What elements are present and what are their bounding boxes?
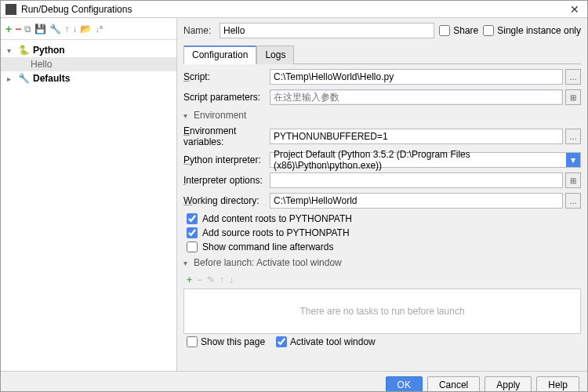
tree-label: Python bbox=[33, 45, 65, 56]
save-icon[interactable]: 💾 bbox=[34, 24, 46, 34]
move-task-down-icon: ↓ bbox=[229, 274, 234, 285]
remove-task-icon: − bbox=[197, 274, 202, 285]
cancel-button[interactable]: Cancel bbox=[427, 376, 480, 392]
add-content-roots-label: Add content roots to PYTHONPATH bbox=[202, 213, 352, 224]
add-task-icon[interactable]: + bbox=[187, 274, 192, 285]
before-launch-toolbar: + − ✎ ↑ ↓ bbox=[183, 273, 581, 289]
tab-bar: Configuration Logs bbox=[183, 45, 581, 64]
environment-section[interactable]: ▾ Environment bbox=[183, 110, 581, 121]
interpreter-value: Project Default (Python 3.5.2 (D:\Progra… bbox=[274, 149, 577, 171]
window-title: Run/Debug Configurations bbox=[21, 4, 132, 15]
env-vars-input[interactable] bbox=[270, 129, 563, 144]
add-icon[interactable]: + bbox=[5, 23, 12, 35]
tree-item-defaults[interactable]: ▸ 🔧 Defaults bbox=[1, 71, 176, 85]
expand-icon: ▾ bbox=[7, 46, 15, 55]
ok-button[interactable]: OK bbox=[386, 376, 423, 392]
add-content-roots-checkbox[interactable] bbox=[187, 213, 198, 224]
tree-item-hello[interactable]: Hello bbox=[1, 57, 176, 71]
interpreter-options-input[interactable] bbox=[270, 172, 563, 188]
share-label: Share bbox=[453, 25, 478, 36]
move-up-icon[interactable]: ↑ bbox=[64, 24, 69, 34]
interpreter-label: Python interpreter: bbox=[183, 154, 270, 165]
config-tree: ▾ 🐍 Python Hello ▸ 🔧 Defaults bbox=[1, 40, 176, 371]
working-directory-input[interactable] bbox=[270, 193, 563, 209]
wrench-icon: 🔧 bbox=[18, 73, 30, 84]
tree-item-python[interactable]: ▾ 🐍 Python bbox=[1, 43, 176, 57]
tree-label: Hello bbox=[31, 59, 52, 70]
activate-tool-checkbox[interactable]: Activate tool window bbox=[276, 336, 376, 347]
activate-tool-label: Activate tool window bbox=[290, 336, 376, 347]
empty-message: There are no tasks to run before launch bbox=[299, 306, 464, 317]
apply-button[interactable]: Apply bbox=[485, 376, 532, 392]
single-instance-checkbox[interactable]: Single instance only bbox=[483, 25, 581, 36]
params-label: Script parameters: bbox=[183, 92, 270, 103]
move-down-icon[interactable]: ↓ bbox=[72, 24, 77, 34]
before-launch-section[interactable]: ▾ Before launch: Activate tool window bbox=[183, 257, 581, 268]
title-bar: Run/Debug Configurations ✕ bbox=[1, 1, 587, 18]
expand-icon: ▸ bbox=[7, 74, 15, 83]
interpreter-dropdown[interactable]: Project Default (Python 3.5.2 (D:\Progra… bbox=[270, 152, 581, 168]
copy-icon[interactable]: ⧉ bbox=[24, 24, 31, 34]
remove-icon[interactable]: − bbox=[15, 23, 21, 35]
close-icon[interactable]: ✕ bbox=[567, 3, 583, 16]
share-checkbox-box[interactable] bbox=[439, 25, 450, 36]
script-label: Script: bbox=[183, 71, 270, 82]
show-page-box[interactable] bbox=[187, 336, 198, 347]
env-vars-label: Environment variables: bbox=[183, 125, 270, 147]
content-pane: Name: Share Single instance only Configu… bbox=[177, 18, 587, 371]
single-instance-label: Single instance only bbox=[497, 25, 581, 36]
show-cmd-label: Show command line afterwards bbox=[202, 241, 333, 252]
add-source-roots-checkbox[interactable] bbox=[187, 227, 198, 238]
sort-icon[interactable]: ↓ª bbox=[95, 24, 103, 34]
browse-script-button[interactable]: … bbox=[565, 69, 581, 85]
activate-tool-box[interactable] bbox=[276, 336, 287, 347]
wrench-icon[interactable]: 🔧 bbox=[49, 24, 61, 34]
single-instance-box[interactable] bbox=[483, 25, 494, 36]
edit-env-button[interactable]: … bbox=[565, 129, 581, 144]
name-label: Name: bbox=[183, 25, 215, 36]
collapse-icon: ▾ bbox=[183, 111, 191, 120]
move-task-up-icon: ↑ bbox=[220, 274, 224, 285]
add-source-roots-label: Add source roots to PYTHONPATH bbox=[202, 227, 350, 238]
show-page-checkbox[interactable]: Show this page bbox=[187, 336, 265, 347]
help-button[interactable]: Help bbox=[536, 376, 579, 392]
python-icon: 🐍 bbox=[18, 45, 30, 56]
name-input[interactable] bbox=[220, 23, 434, 38]
expand-opts-button[interactable]: ⊞ bbox=[565, 172, 581, 188]
configuration-panel: Script: … Script parameters: ⊞ ▾ Environ… bbox=[183, 69, 581, 368]
interp-opts-label: Interpreter options: bbox=[183, 175, 270, 186]
show-cmd-checkbox[interactable] bbox=[187, 241, 198, 252]
collapse-icon: ▾ bbox=[183, 259, 191, 267]
share-checkbox[interactable]: Share bbox=[439, 25, 478, 36]
sidebar: + − ⧉ 💾 🔧 ↑ ↓ 📂 ↓ª ▾ 🐍 Python Hello ▸ 🔧 … bbox=[1, 18, 177, 371]
sidebar-toolbar: + − ⧉ 💾 🔧 ↑ ↓ 📂 ↓ª bbox=[1, 18, 176, 40]
workdir-label: Working directory: bbox=[183, 195, 270, 206]
before-launch-list: There are no tasks to run before launch bbox=[183, 289, 581, 334]
show-page-label: Show this page bbox=[201, 336, 265, 347]
script-parameters-input[interactable] bbox=[270, 89, 563, 105]
script-input[interactable] bbox=[270, 69, 563, 85]
expand-params-button[interactable]: ⊞ bbox=[565, 89, 581, 105]
footer: OK Cancel Apply Help bbox=[1, 371, 587, 392]
browse-workdir-button[interactable]: … bbox=[565, 193, 581, 209]
dropdown-arrow-icon: ▾ bbox=[566, 153, 580, 167]
tab-logs[interactable]: Logs bbox=[256, 45, 294, 64]
folder-icon[interactable]: 📂 bbox=[80, 24, 92, 34]
app-icon bbox=[5, 4, 16, 15]
tab-configuration[interactable]: Configuration bbox=[183, 45, 256, 64]
tree-label: Defaults bbox=[33, 73, 70, 84]
edit-task-icon: ✎ bbox=[207, 274, 215, 285]
